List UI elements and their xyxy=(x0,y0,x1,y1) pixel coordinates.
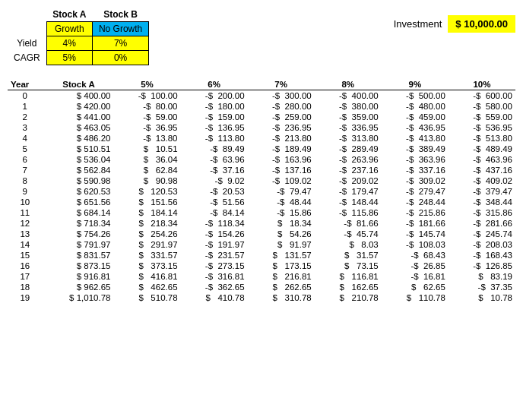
stock-b-growth: No Growth xyxy=(92,22,148,36)
col-8pct: 8% xyxy=(315,79,382,90)
cell-diff-6%: -$ 200.00 xyxy=(181,90,248,102)
cell-diff-6%: -$ 89.49 xyxy=(181,144,248,154)
cell-diff-9%: -$ 279.47 xyxy=(382,186,449,197)
stock-a-growth: Growth xyxy=(46,22,92,36)
cell-stock-a: $ 562.84 xyxy=(44,165,114,175)
cell-diff-9%: -$ 26.85 xyxy=(382,261,449,271)
cell-year: 0 xyxy=(8,90,44,102)
table-row: 15$ 831.57$ 331.57-$ 231.57$ 131.57$ 31.… xyxy=(8,250,515,261)
cell-stock-a: $ 831.57 xyxy=(44,250,114,261)
cell-stock-a: $ 718.34 xyxy=(44,218,114,229)
col-9pct: 9% xyxy=(382,79,449,90)
cell-year: 5 xyxy=(8,144,44,154)
cell-diff-8%: $ 116.81 xyxy=(315,271,382,282)
col-10pct: 10% xyxy=(449,79,515,90)
table-row: 7$ 562.84$ 62.84-$ 37.16-$ 137.16-$ 237.… xyxy=(8,165,515,175)
cell-diff-9%: -$ 337.16 xyxy=(382,165,449,175)
cell-diff-8%: $ 8.03 xyxy=(315,239,382,250)
cell-diff-8%: -$ 263.96 xyxy=(315,154,382,165)
stock-b-cagr: 0% xyxy=(92,51,148,65)
cell-diff-8%: $ 73.15 xyxy=(315,261,382,271)
cell-diff-8%: -$ 209.02 xyxy=(315,175,382,186)
empty-header xyxy=(8,8,46,22)
cell-diff-10%: -$ 437.16 xyxy=(449,165,515,175)
investment-value: $ 10,000.00 xyxy=(448,15,515,33)
cell-year: 3 xyxy=(8,122,44,133)
cell-diff-6%: -$ 9.02 xyxy=(181,175,248,186)
table-row: 10$ 651.56$ 151.56-$ 51.56-$ 48.44-$ 148… xyxy=(8,197,515,207)
stock-a-yield: 4% xyxy=(46,36,92,51)
cell-year: 13 xyxy=(8,229,44,239)
table-row: 14$ 791.97$ 291.97-$ 191.97$ 91.97$ 8.03… xyxy=(8,239,515,250)
stock-a-cagr: 5% xyxy=(46,51,92,65)
cell-diff-10%: -$ 348.44 xyxy=(449,197,515,207)
stocks-config-table: Stock A Stock B Growth No Growth Yield 4… xyxy=(8,8,149,65)
cell-stock-a: $ 962.65 xyxy=(44,282,114,292)
cell-diff-9%: -$ 389.49 xyxy=(382,144,449,154)
cell-year: 12 xyxy=(8,218,44,229)
cell-stock-a: $ 420.00 xyxy=(44,101,114,112)
cell-stock-a: $ 536.04 xyxy=(44,154,114,165)
cell-diff-6%: -$ 191.97 xyxy=(181,239,248,250)
cell-diff-9%: -$ 16.81 xyxy=(382,271,449,282)
cell-diff-5%: $ 254.26 xyxy=(113,229,180,239)
cagr-label: CAGR xyxy=(8,51,46,65)
cell-year: 8 xyxy=(8,175,44,186)
yield-label: Yield xyxy=(8,36,46,51)
cell-diff-7%: -$ 79.47 xyxy=(248,186,315,197)
cell-diff-10%: -$ 580.00 xyxy=(449,101,515,112)
cell-diff-7%: -$ 163.96 xyxy=(248,154,315,165)
cell-stock-a: $ 463.05 xyxy=(44,122,114,133)
table-row: 0$ 400.00-$ 100.00-$ 200.00-$ 300.00-$ 4… xyxy=(8,90,515,102)
cell-diff-9%: -$ 248.44 xyxy=(382,197,449,207)
cell-year: 19 xyxy=(8,292,44,303)
cell-diff-7%: $ 91.97 xyxy=(248,239,315,250)
cell-diff-9%: -$ 480.00 xyxy=(382,101,449,112)
cell-diff-6%: -$ 37.16 xyxy=(181,165,248,175)
cell-diff-10%: -$ 489.49 xyxy=(449,144,515,154)
cell-diff-8%: -$ 148.44 xyxy=(315,197,382,207)
cell-year: 15 xyxy=(8,250,44,261)
cell-diff-7%: -$ 300.00 xyxy=(248,90,315,102)
table-row: 12$ 718.34$ 218.34-$ 118.34$ 18.34-$ 81.… xyxy=(8,218,515,229)
cell-diff-5%: -$ 59.00 xyxy=(113,112,180,122)
cell-stock-a: $ 486.20 xyxy=(44,133,114,144)
cell-year: 10 xyxy=(8,197,44,207)
cell-diff-5%: $ 151.56 xyxy=(113,197,180,207)
cell-diff-9%: $ 62.65 xyxy=(382,282,449,292)
cell-diff-8%: -$ 289.49 xyxy=(315,144,382,154)
cell-diff-10%: -$ 379.47 xyxy=(449,186,515,197)
cell-diff-5%: $ 510.78 xyxy=(113,292,180,303)
cell-diff-7%: $ 131.57 xyxy=(248,250,315,261)
cell-diff-7%: -$ 189.49 xyxy=(248,144,315,154)
cell-diff-6%: -$ 20.53 xyxy=(181,186,248,197)
cell-stock-a: $ 651.56 xyxy=(44,197,114,207)
cell-year: 7 xyxy=(8,165,44,175)
cell-diff-10%: -$ 536.95 xyxy=(449,122,515,133)
cell-diff-9%: -$ 145.74 xyxy=(382,229,449,239)
cell-diff-10%: -$ 245.74 xyxy=(449,229,515,239)
cell-diff-9%: -$ 413.80 xyxy=(382,133,449,144)
cell-diff-7%: -$ 280.00 xyxy=(248,101,315,112)
cell-diff-5%: $ 36.04 xyxy=(113,154,180,165)
cell-diff-5%: $ 218.34 xyxy=(113,218,180,229)
table-row: 8$ 590.98$ 90.98-$ 9.02-$ 109.02-$ 209.0… xyxy=(8,175,515,186)
cell-diff-6%: -$ 84.14 xyxy=(181,207,248,218)
col-6pct: 6% xyxy=(181,79,248,90)
table-row: 6$ 536.04$ 36.04-$ 63.96-$ 163.96-$ 263.… xyxy=(8,154,515,165)
cell-diff-6%: -$ 159.00 xyxy=(181,112,248,122)
cell-diff-5%: $ 462.65 xyxy=(113,282,180,292)
main-data-table: Year Stock A 5% 6% 7% 8% 9% 10% 0$ 400.0… xyxy=(8,79,515,303)
cell-stock-a: $ 873.15 xyxy=(44,261,114,271)
investment-label: Investment xyxy=(394,18,442,30)
cell-diff-10%: -$ 208.03 xyxy=(449,239,515,250)
cell-diff-5%: -$ 13.80 xyxy=(113,133,180,144)
cell-stock-a: $ 916.81 xyxy=(44,271,114,282)
cell-year: 6 xyxy=(8,154,44,165)
col-year: Year xyxy=(8,79,44,90)
cell-diff-8%: -$ 400.00 xyxy=(315,90,382,102)
cell-diff-8%: -$ 81.66 xyxy=(315,218,382,229)
cell-year: 4 xyxy=(8,133,44,144)
cell-diff-8%: -$ 237.16 xyxy=(315,165,382,175)
cell-diff-9%: -$ 500.00 xyxy=(382,90,449,102)
